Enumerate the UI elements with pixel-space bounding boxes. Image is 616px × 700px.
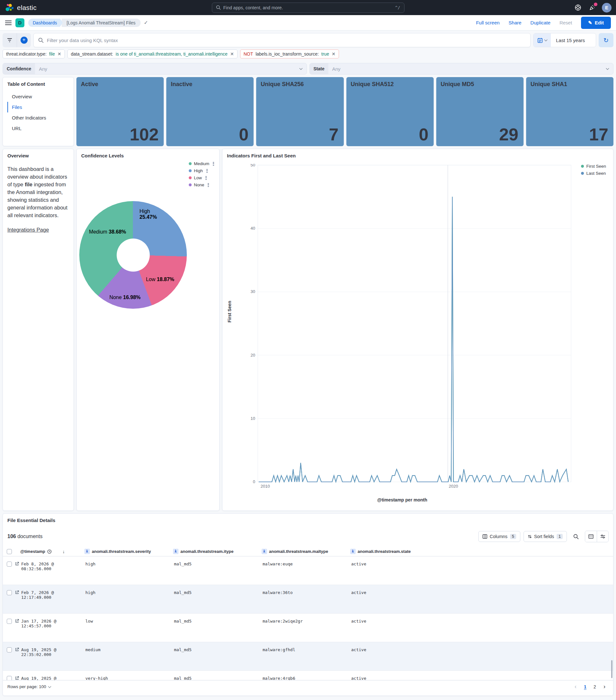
expand-row-button[interactable] — [15, 676, 19, 680]
sidebar-item-other-indicators[interactable]: Other Indicators — [8, 112, 69, 123]
metric-tile-value: 0 — [419, 124, 428, 144]
rows-per-page-select[interactable]: Rows per page: 100 — [8, 684, 51, 689]
filter-pills: threat.indicator.type: file✕data_stream.… — [3, 49, 613, 59]
space-avatar[interactable]: D — [15, 18, 24, 27]
top-navbar: elastic Find apps, content, and more. ^/ — [0, 0, 616, 15]
breadcrumb-dashboards[interactable]: Dashboards — [28, 18, 63, 27]
reset-button[interactable]: Reset — [560, 20, 572, 25]
add-filter-button[interactable]: + — [17, 33, 31, 47]
legend-actions-icon[interactable] — [208, 183, 209, 187]
overview-title: Overview — [8, 153, 69, 158]
table-search-button[interactable] — [570, 531, 582, 542]
share-button[interactable]: Share — [509, 20, 521, 25]
metric-tile[interactable]: Unique SHA5120 — [346, 77, 434, 146]
date-picker-calendar-button[interactable] — [534, 34, 551, 47]
metric-tile[interactable]: Inactive0 — [166, 77, 254, 146]
filter-icon — [7, 38, 12, 42]
sidebar-item-files[interactable]: Files — [8, 102, 69, 112]
legend-item[interactable]: First Seen — [581, 164, 606, 168]
column-header[interactable]: kanomali.threatstream.itype — [173, 549, 261, 554]
table-row[interactable]: Feb 8, 2026 @ 08:32:56.000highmal_md5mal… — [3, 557, 613, 585]
legend-item[interactable]: Low — [189, 175, 214, 180]
columns-button[interactable]: Columns 5 — [478, 531, 520, 542]
column-header[interactable]: kanomali.threatstream.maltype — [261, 549, 350, 554]
help-button[interactable] — [574, 3, 582, 12]
news-feed-button[interactable] — [588, 3, 596, 12]
table-cell: mal_md5 — [174, 619, 262, 624]
legend-actions-icon[interactable] — [205, 176, 207, 180]
table-row[interactable]: Jan 17, 2026 @ 12:45:57.000lowmal_md5mal… — [3, 614, 613, 642]
kql-search-input[interactable]: Filter your data using KQL syntax — [34, 33, 530, 47]
expand-row-button[interactable] — [15, 562, 19, 566]
page-button-2[interactable]: 2 — [591, 683, 599, 691]
filter-menu-button[interactable] — [3, 33, 17, 47]
sort-desc-icon[interactable]: ↓ — [63, 549, 65, 554]
state-control[interactable]: State Any — [309, 63, 614, 75]
table-row[interactable]: Aug 19, 2025 @ 22:35:02.000mediummal_md5… — [3, 642, 613, 671]
expand-icon — [15, 562, 19, 566]
legend-dot — [189, 184, 192, 186]
edit-button[interactable]: ✎ Edit — [581, 17, 611, 29]
confidence-donut-chart[interactable]: High25.47%Low 18.87%None 16.98%Medium 38… — [79, 201, 187, 309]
filter-pill[interactable]: threat.indicator.type: file✕ — [3, 49, 65, 59]
table-row[interactable]: Feb 7, 2026 @ 12:17:49.000highmal_md5mal… — [3, 585, 613, 614]
expand-row-button[interactable] — [15, 619, 19, 623]
legend-item[interactable]: High — [189, 168, 214, 173]
elastic-logo[interactable]: elastic — [4, 3, 37, 13]
menu-icon[interactable] — [5, 21, 12, 25]
full-screen-button[interactable]: Full screen — [476, 20, 500, 25]
refresh-button[interactable]: ↻ — [599, 33, 613, 47]
prev-page-button[interactable]: ‹ — [572, 683, 580, 691]
first-last-seen-chart[interactable]: 0102030405020102020 — [246, 164, 582, 490]
remove-filter-icon[interactable]: ✕ — [230, 51, 234, 57]
global-search-input[interactable]: Find apps, content, and more. ^/ — [212, 3, 405, 13]
legend-item[interactable]: Medium — [189, 161, 214, 166]
confidence-control[interactable]: Confidence Any — [3, 63, 307, 75]
select-all-checkbox[interactable] — [7, 549, 12, 554]
filter-value: true — [321, 51, 329, 57]
sidebar-item-overview[interactable]: Overview — [8, 91, 69, 102]
row-settings-button[interactable] — [597, 531, 608, 542]
legend-actions-icon[interactable] — [206, 169, 208, 173]
legend-actions-icon[interactable] — [213, 162, 214, 166]
integrations-page-link[interactable]: Integrations Page — [8, 227, 49, 233]
time-range-value[interactable]: Last 15 years — [551, 34, 596, 47]
filter-pill[interactable]: NOT labels.is_ioc_transform_source: true… — [240, 49, 339, 59]
sliders-icon — [600, 534, 605, 539]
row-checkbox[interactable] — [7, 590, 12, 595]
legend-label: Last Seen — [586, 171, 606, 176]
query-bar: + Filter your data using KQL syntax — [3, 33, 613, 47]
remove-filter-icon[interactable]: ✕ — [57, 51, 61, 57]
first-last-seen-title: Indicators First and Last Seen — [222, 149, 613, 158]
page-button-1[interactable]: 1 — [581, 683, 589, 691]
table-scrollbar[interactable] — [611, 660, 613, 678]
sidebar-item-url[interactable]: URL — [8, 123, 69, 134]
chevron-down-icon — [544, 38, 548, 41]
file-essential-details-title: File Essential Details — [3, 514, 613, 523]
metric-tile[interactable]: Unique SHA2567 — [256, 77, 344, 146]
filter-pill[interactable]: data_stream.dataset: is one of ti_anomal… — [67, 49, 238, 59]
row-checkbox[interactable] — [7, 676, 12, 680]
pagination: ‹12› — [572, 683, 608, 691]
column-header[interactable]: kanomali.threatstream.state — [350, 549, 411, 554]
legend-item[interactable]: None — [189, 183, 214, 187]
legend-item[interactable]: Last Seen — [581, 171, 606, 176]
metric-tile[interactable]: Active102 — [76, 77, 164, 146]
expand-row-button[interactable] — [15, 647, 19, 651]
next-page-button[interactable]: › — [600, 683, 608, 691]
metric-tile[interactable]: Unique MD529 — [436, 77, 524, 146]
column-header[interactable]: kanomali.threatstream.severity — [85, 549, 173, 554]
row-checkbox[interactable] — [7, 647, 12, 652]
metric-tile[interactable]: Unique SHA117 — [526, 77, 613, 146]
user-avatar[interactable]: E — [602, 3, 612, 13]
table-row[interactable]: Aug 19, 2025 @ 17:01:58.000very-highmal_… — [3, 671, 613, 680]
row-checkbox[interactable] — [7, 619, 12, 624]
svg-text:2020: 2020 — [449, 484, 458, 489]
display-options-button[interactable] — [585, 531, 597, 542]
row-checkbox[interactable] — [7, 562, 12, 567]
expand-row-button[interactable] — [15, 590, 19, 594]
sort-fields-button[interactable]: Sort fields 1 — [524, 531, 567, 542]
remove-filter-icon[interactable]: ✕ — [332, 51, 335, 57]
duplicate-button[interactable]: Duplicate — [530, 20, 551, 25]
column-header[interactable]: @timestamp↓ — [20, 549, 85, 554]
